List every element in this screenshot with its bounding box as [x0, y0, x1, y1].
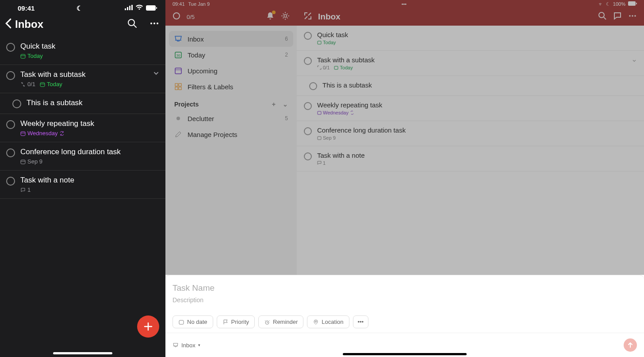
chevron-down-icon[interactable] — [632, 57, 637, 65]
sidebar-item-today[interactable]: 30 Today 2 — [169, 47, 293, 63]
add-task-fab[interactable] — [137, 315, 159, 338]
expand-icon[interactable] — [304, 12, 312, 22]
task-checkbox[interactable] — [304, 127, 312, 135]
svg-line-7 — [134, 25, 136, 27]
sidebar-manage-projects[interactable]: Manage Projects — [169, 126, 293, 142]
svg-rect-22 — [636, 3, 637, 4]
svg-point-8 — [150, 23, 152, 24]
svg-point-29 — [634, 15, 636, 17]
status-time: 09:41 — [18, 4, 34, 12]
svg-rect-21 — [628, 1, 636, 6]
task-checkbox[interactable] — [12, 99, 21, 108]
task-description-input[interactable]: Description — [172, 296, 637, 304]
svg-point-25 — [599, 12, 604, 18]
task-title: Task with a subtask — [20, 70, 148, 79]
task-checkbox[interactable] — [6, 120, 15, 129]
flag-icon — [222, 319, 229, 325]
search-icon[interactable] — [127, 19, 137, 30]
calendar-icon — [174, 67, 182, 75]
svg-rect-4 — [146, 5, 156, 11]
svg-rect-41 — [318, 111, 321, 114]
moon-icon: ☾ — [606, 1, 610, 7]
svg-rect-17 — [21, 160, 25, 164]
alarm-icon — [264, 319, 270, 325]
cellular-icon — [125, 4, 133, 13]
svg-rect-42 — [318, 137, 321, 140]
task-row[interactable]: Task with a note 1 — [0, 171, 165, 199]
projects-section-header[interactable]: Projects + ⌄ — [169, 95, 293, 110]
comment-count: 1 — [317, 160, 326, 166]
sidebar-item-upcoming[interactable]: Upcoming — [169, 63, 293, 79]
search-icon[interactable] — [598, 11, 607, 22]
subtask-count: 0/1 — [20, 81, 35, 87]
settings-icon[interactable] — [281, 11, 290, 22]
task-checkbox[interactable] — [304, 102, 312, 110]
chevron-down-icon[interactable] — [153, 70, 159, 78]
task-checkbox[interactable] — [304, 57, 312, 65]
subtask-row[interactable]: This is a subtask — [297, 76, 644, 96]
task-checkbox[interactable] — [6, 177, 15, 186]
chevron-down-icon[interactable]: ⌄ — [283, 101, 288, 108]
battery-icon — [628, 1, 637, 7]
tablet-frame: 09:41 Tue Jan 9 ••• ᯤ ☾ 100% 0/5 — [165, 0, 644, 357]
task-title: This is a subtask — [322, 81, 637, 89]
sidebar-item-filters[interactable]: Filters & Labels — [169, 79, 293, 95]
task-checkbox[interactable] — [309, 82, 317, 90]
calendar-icon — [178, 319, 184, 325]
today-icon: 30 — [174, 51, 182, 59]
back-icon[interactable] — [4, 18, 12, 30]
sidebar-item-inbox[interactable]: Inbox 6 — [169, 31, 293, 47]
more-options-pill[interactable]: ••• — [353, 315, 369, 328]
svg-point-10 — [157, 23, 158, 24]
more-icon[interactable] — [150, 19, 159, 30]
comments-icon[interactable] — [613, 11, 622, 22]
priority-pill[interactable]: Priority — [217, 315, 255, 328]
task-row[interactable]: Quick task Today — [0, 37, 165, 65]
task-row[interactable]: Weekly repeating task Wednesday — [297, 96, 644, 121]
svg-rect-39 — [318, 41, 321, 44]
due-date: Wednesday — [20, 130, 65, 137]
submit-task-button[interactable] — [624, 338, 637, 352]
multitask-icon[interactable]: ••• — [402, 1, 407, 7]
task-row[interactable]: Conference long duration task Sep 9 — [297, 121, 644, 146]
inbox-icon — [174, 35, 182, 43]
task-checkbox[interactable] — [304, 32, 312, 40]
location-icon — [313, 319, 319, 325]
ipad-statusbar: 09:41 Tue Jan 9 ••• ᯤ ☾ 100% — [165, 0, 644, 8]
task-checkbox[interactable] — [304, 152, 312, 160]
task-row[interactable]: Quick task Today — [297, 26, 644, 51]
task-title: Quick task — [317, 31, 637, 38]
reminder-pill[interactable]: Reminder — [258, 315, 303, 328]
notifications-icon[interactable] — [266, 11, 275, 22]
svg-rect-11 — [21, 54, 25, 58]
more-icon[interactable] — [628, 11, 637, 22]
moon-icon: ☾ — [77, 4, 82, 12]
svg-rect-1 — [127, 7, 128, 10]
svg-rect-0 — [125, 8, 126, 10]
svg-point-28 — [632, 15, 633, 17]
task-checkbox[interactable] — [6, 71, 15, 80]
comment-count: 1 — [20, 186, 31, 193]
sidebar-project-declutter[interactable]: Declutter 5 — [169, 110, 293, 126]
task-row[interactable]: Task with a note 1 — [297, 146, 644, 171]
subtask-row[interactable]: This is a subtask — [0, 93, 165, 114]
project-dot-icon — [174, 114, 182, 122]
task-row[interactable]: Task with a subtask 0/1 Today — [0, 65, 165, 93]
task-row[interactable]: Task with a subtask 0/1 Today — [297, 51, 644, 76]
task-checkbox[interactable] — [6, 148, 15, 157]
add-task-panel: Task Name Description No date Priority R… — [165, 275, 644, 357]
task-name-input[interactable]: Task Name — [172, 283, 637, 293]
task-progress: 0/5 — [187, 14, 195, 20]
add-project-icon[interactable]: + — [272, 101, 276, 108]
no-date-pill[interactable]: No date — [172, 315, 213, 328]
task-row[interactable]: Weekly repeating task Wednesday — [0, 114, 165, 142]
progress-icon[interactable] — [172, 12, 180, 22]
caret-down-icon: ▾ — [198, 343, 200, 347]
page-title: Inbox — [318, 12, 341, 22]
task-row[interactable]: Conference long duration task Sep 9 — [0, 142, 165, 171]
task-checkbox[interactable] — [6, 43, 15, 52]
location-pill[interactable]: Location — [307, 315, 349, 328]
subtask-count: 0/1 — [317, 65, 330, 70]
project-selector[interactable]: Inbox ▾ — [172, 342, 200, 349]
due-today: Today — [40, 81, 62, 87]
